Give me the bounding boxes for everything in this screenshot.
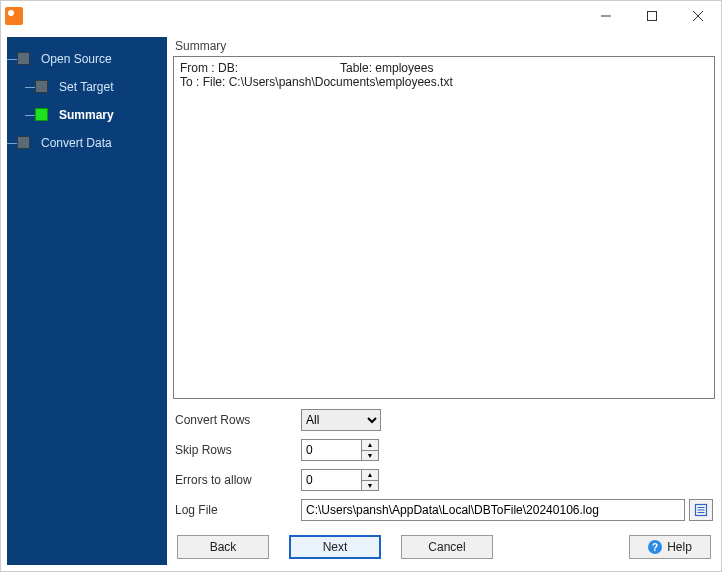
log-file-label: Log File bbox=[175, 503, 295, 517]
sidebar-item-open-source[interactable]: Open Source bbox=[11, 45, 163, 73]
summary-heading: Summary bbox=[173, 37, 715, 56]
sidebar-item-label: Set Target bbox=[59, 80, 113, 94]
svg-rect-6 bbox=[698, 510, 705, 511]
back-button[interactable]: Back bbox=[177, 535, 269, 559]
cancel-button[interactable]: Cancel bbox=[401, 535, 493, 559]
svg-rect-7 bbox=[698, 512, 705, 513]
sidebar-item-label: Convert Data bbox=[41, 136, 112, 150]
app-icon bbox=[5, 7, 23, 25]
errors-label: Errors to allow bbox=[175, 473, 295, 487]
sidebar-item-label: Open Source bbox=[41, 52, 112, 66]
svg-rect-5 bbox=[698, 507, 705, 508]
summary-from-table: Table: employees bbox=[340, 61, 433, 75]
spin-up-icon[interactable]: ▲ bbox=[362, 440, 378, 451]
svg-rect-1 bbox=[648, 12, 657, 21]
summary-from-db: From : DB: bbox=[180, 61, 340, 75]
skip-rows-input[interactable] bbox=[301, 439, 361, 461]
sidebar-item-summary[interactable]: Summary bbox=[11, 101, 163, 129]
spin-down-icon[interactable]: ▼ bbox=[362, 481, 378, 491]
sidebar-item-set-target[interactable]: Set Target bbox=[11, 73, 163, 101]
errors-spinner[interactable]: ▲▼ bbox=[301, 469, 381, 491]
wizard-footer: Back Next Cancel ? Help bbox=[173, 521, 715, 565]
spin-up-icon[interactable]: ▲ bbox=[362, 470, 378, 481]
options-grid: Convert Rows All Skip Rows ▲▼ Errors to … bbox=[173, 399, 715, 521]
log-file-browse-button[interactable] bbox=[689, 499, 713, 521]
wizard-sidebar: Open Source Set Target Summary Convert D… bbox=[7, 37, 167, 565]
skip-rows-label: Skip Rows bbox=[175, 443, 295, 457]
close-button[interactable] bbox=[675, 1, 721, 31]
help-icon: ? bbox=[648, 540, 662, 554]
window-controls bbox=[583, 1, 721, 31]
minimize-button[interactable] bbox=[583, 1, 629, 31]
sidebar-item-label: Summary bbox=[59, 108, 114, 122]
summary-to-line: To : File: C:\Users\pansh\Documents\empl… bbox=[180, 75, 708, 89]
errors-input[interactable] bbox=[301, 469, 361, 491]
sidebar-item-convert-data[interactable]: Convert Data bbox=[11, 129, 163, 157]
summary-textarea[interactable]: From : DB: Table: employees To : File: C… bbox=[173, 56, 715, 399]
next-button[interactable]: Next bbox=[289, 535, 381, 559]
app-window: Open Source Set Target Summary Convert D… bbox=[0, 0, 722, 572]
main-panel: Summary From : DB: Table: employees To :… bbox=[167, 37, 715, 565]
convert-rows-label: Convert Rows bbox=[175, 413, 295, 427]
skip-rows-spinner[interactable]: ▲▼ bbox=[301, 439, 381, 461]
titlebar bbox=[1, 1, 721, 31]
spin-down-icon[interactable]: ▼ bbox=[362, 451, 378, 461]
convert-rows-select[interactable]: All bbox=[301, 409, 381, 431]
maximize-button[interactable] bbox=[629, 1, 675, 31]
help-button[interactable]: ? Help bbox=[629, 535, 711, 559]
log-file-input[interactable] bbox=[301, 499, 685, 521]
